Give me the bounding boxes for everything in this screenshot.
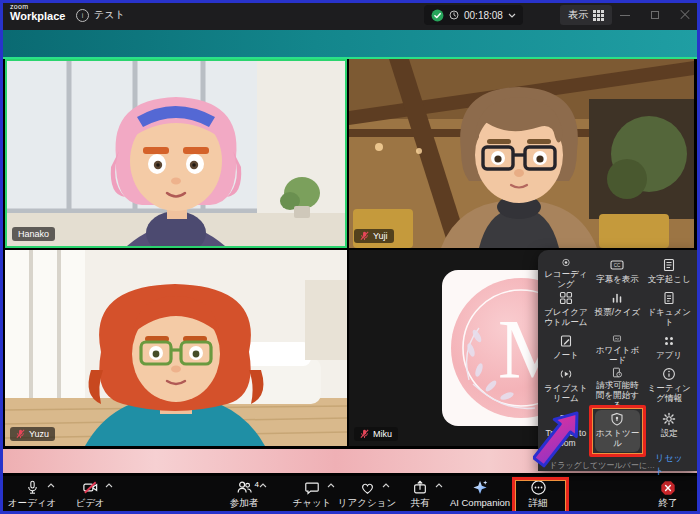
chevron-up-icon[interactable]	[435, 483, 443, 488]
participant-name: Yuzu	[29, 429, 49, 439]
ai-companion-label: AI Companion	[450, 497, 510, 508]
whiteboard-icon	[610, 334, 624, 343]
more-options-menu: レコーディング CC 字幕を表示 文字起こし ブレイクアウトルーム 投票/クイズ…	[538, 250, 697, 471]
menu-item-show-captions[interactable]: CC 字幕を表示	[592, 256, 644, 289]
camera-off-icon	[82, 479, 99, 496]
menu-item-transfer-to-room[interactable]: Transfer to room	[540, 410, 592, 452]
participants-icon	[236, 479, 253, 496]
zoom-workplace-logo: zoom Workplace	[10, 3, 65, 22]
meeting-info-button[interactable]: i テスト	[76, 8, 125, 22]
view-label: 表示	[568, 8, 588, 22]
security-shield-icon	[431, 9, 444, 22]
menu-item-label: ホワイトボード	[592, 345, 642, 365]
end-meeting-icon	[660, 480, 676, 496]
info-icon: i	[76, 9, 89, 22]
gallery-grid-icon	[593, 10, 604, 21]
logo-zoom: zoom	[10, 3, 65, 10]
menu-item-apps[interactable]: アプリ	[643, 332, 695, 365]
svg-text:CC: CC	[614, 263, 621, 268]
video-label: ビデオ	[75, 497, 104, 510]
breakout-rooms-icon	[559, 291, 573, 305]
timer-pill[interactable]: 00:18:08	[424, 5, 523, 25]
closed-captions-icon: CC	[610, 258, 624, 272]
reset-link[interactable]: リセット	[655, 452, 686, 478]
chevron-up-icon[interactable]	[105, 483, 113, 488]
billable-time-icon	[610, 367, 624, 378]
meeting-timer: 00:18:08	[464, 10, 503, 21]
window-controls	[620, 0, 690, 30]
menu-item-documents[interactable]: ドキュメント	[643, 289, 695, 332]
chevron-up-icon[interactable]	[47, 483, 55, 488]
menu-item-whiteboard[interactable]: ホワイトボード	[592, 332, 644, 365]
record-icon	[559, 258, 573, 267]
participants-button[interactable]: 参加者 4	[216, 479, 272, 510]
documents-icon	[662, 291, 676, 305]
menu-item-polls[interactable]: 投票/クイズ	[592, 289, 644, 332]
apps-icon	[662, 334, 676, 348]
menu-item-breakout-rooms[interactable]: ブレイクアウトルーム	[540, 289, 592, 332]
menu-item-label: ノート	[553, 350, 579, 360]
maximize-icon[interactable]	[650, 10, 660, 20]
menu-item-meeting-info[interactable]: ミーティング情報	[643, 365, 695, 410]
more-button[interactable]: 詳細	[510, 479, 566, 510]
menu-item-label: 投票/クイズ	[595, 307, 640, 317]
audio-label: オーディオ	[8, 497, 56, 510]
ai-companion-button[interactable]: AI Companion	[447, 479, 513, 508]
more-ellipsis-icon	[530, 479, 547, 496]
meeting-toolbar: オーディオ ビデオ 参加者 4 チャット リアクション 共有	[0, 476, 700, 514]
host-tools-icon	[610, 412, 624, 426]
title-bar: zoom Workplace i テスト 00:18:08 表示	[0, 0, 700, 30]
chevron-up-icon[interactable]	[259, 483, 267, 488]
menu-item-label: Transfer to room	[541, 428, 591, 448]
video-button[interactable]: ビデオ	[62, 479, 118, 510]
menu-item-label: ミーティング情報	[644, 383, 694, 403]
view-button[interactable]: 表示	[560, 5, 612, 25]
audio-button[interactable]: オーディオ	[4, 479, 60, 510]
menu-item-settings[interactable]: 設定	[643, 410, 695, 452]
chevron-up-icon[interactable]	[327, 483, 335, 488]
share-button[interactable]: 共有	[392, 479, 448, 510]
participant-name: Yuji	[373, 231, 388, 241]
menu-item-notes[interactable]: ノート	[540, 332, 592, 365]
share-screen-icon	[412, 479, 428, 496]
video-tile-yuji[interactable]: Yuji	[349, 59, 694, 248]
yuji-avatar-scene	[349, 59, 694, 248]
menu-item-label: 設定	[661, 428, 678, 438]
menu-item-label: ブレイクアウトルーム	[541, 307, 591, 327]
end-meeting-button[interactable]: 終了	[640, 479, 696, 510]
video-tile-hanako[interactable]: Hanako	[5, 59, 347, 248]
chat-button[interactable]: チャット	[284, 479, 340, 510]
menu-item-transcript[interactable]: 文字起こし	[643, 256, 695, 289]
menu-item-recording[interactable]: レコーディング	[540, 256, 592, 289]
menu-footer: ドラッグしてツールバーにピン留めまたは... リセット	[540, 452, 695, 480]
participant-name-tag: Hanako	[12, 227, 55, 241]
participant-name-tag: Yuji	[354, 229, 394, 243]
menu-item-host-tools[interactable]: ホストツール	[595, 410, 641, 452]
pin-hint-text: ドラッグしてツールバーにピン留めまたは...	[549, 460, 655, 471]
clock-icon	[449, 10, 459, 20]
participant-name: Hanako	[18, 229, 49, 239]
chevron-down-icon	[508, 13, 516, 18]
menu-item-billable-time[interactable]: 請求可能時間を開始する	[592, 365, 644, 410]
chevron-up-icon[interactable]	[382, 483, 390, 488]
video-tile-yuzu[interactable]: Yuzu	[5, 250, 347, 446]
meeting-info-icon	[662, 367, 676, 381]
transfer-to-room-icon	[559, 412, 573, 426]
ai-sparkle-icon	[472, 479, 489, 496]
close-icon[interactable]	[680, 10, 690, 20]
muted-mic-icon	[360, 429, 369, 439]
end-meeting-label: 終了	[659, 497, 678, 510]
reactions-button[interactable]: リアクション	[339, 479, 395, 510]
share-label: 共有	[411, 497, 430, 510]
partial-video-strip-top	[3, 30, 697, 59]
menu-item-label: ホストツール	[595, 428, 641, 448]
zoom-meeting-window: zoom Workplace i テスト 00:18:08 表示	[0, 0, 700, 514]
participant-name-tag: Yuzu	[10, 427, 55, 441]
minimize-icon[interactable]	[620, 10, 630, 20]
settings-gear-icon	[662, 412, 676, 426]
chat-label: チャット	[293, 497, 332, 510]
menu-item-label: 請求可能時間を開始する	[592, 380, 642, 410]
meeting-name: テスト	[94, 8, 125, 22]
menu-item-livestream[interactable]: ライブストリーム	[540, 365, 592, 410]
polls-icon	[610, 291, 624, 305]
